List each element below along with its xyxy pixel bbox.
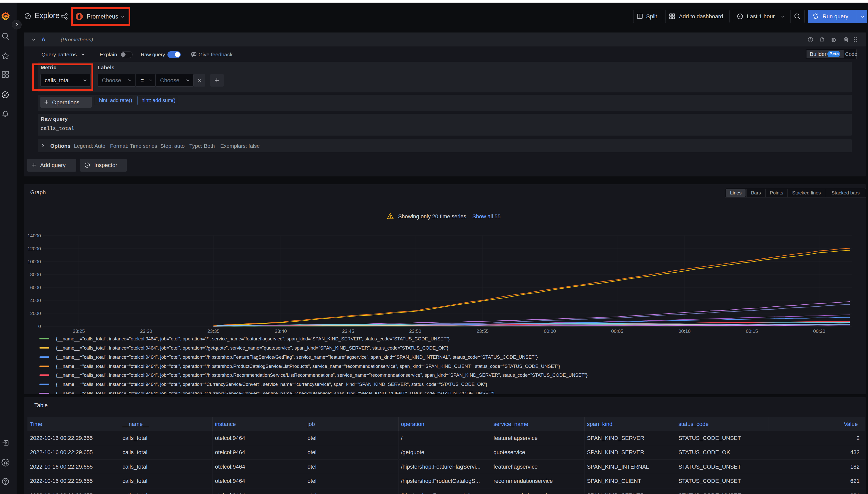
svg-text:23:30: 23:30 bbox=[140, 328, 152, 334]
svg-text:23:35: 23:35 bbox=[207, 328, 219, 334]
svg-text:2000: 2000 bbox=[30, 311, 41, 316]
svg-text:14000: 14000 bbox=[28, 233, 41, 239]
svg-text:00:00: 00:00 bbox=[544, 328, 556, 334]
svg-text:23:40: 23:40 bbox=[275, 328, 287, 334]
svg-text:23:50: 23:50 bbox=[409, 328, 421, 334]
svg-text:00:05: 00:05 bbox=[611, 328, 623, 334]
svg-text:0: 0 bbox=[38, 324, 41, 329]
svg-text:23:45: 23:45 bbox=[342, 328, 354, 334]
svg-text:6000: 6000 bbox=[30, 285, 41, 290]
svg-text:4000: 4000 bbox=[30, 298, 41, 303]
svg-text:23:25: 23:25 bbox=[73, 328, 85, 334]
svg-text:12000: 12000 bbox=[28, 246, 41, 251]
svg-text:00:10: 00:10 bbox=[679, 328, 691, 334]
svg-text:00:20: 00:20 bbox=[813, 328, 825, 334]
svg-text:23:55: 23:55 bbox=[476, 328, 489, 334]
svg-text:8000: 8000 bbox=[30, 272, 41, 277]
svg-text:10000: 10000 bbox=[28, 259, 41, 264]
svg-text:00:15: 00:15 bbox=[746, 328, 758, 334]
